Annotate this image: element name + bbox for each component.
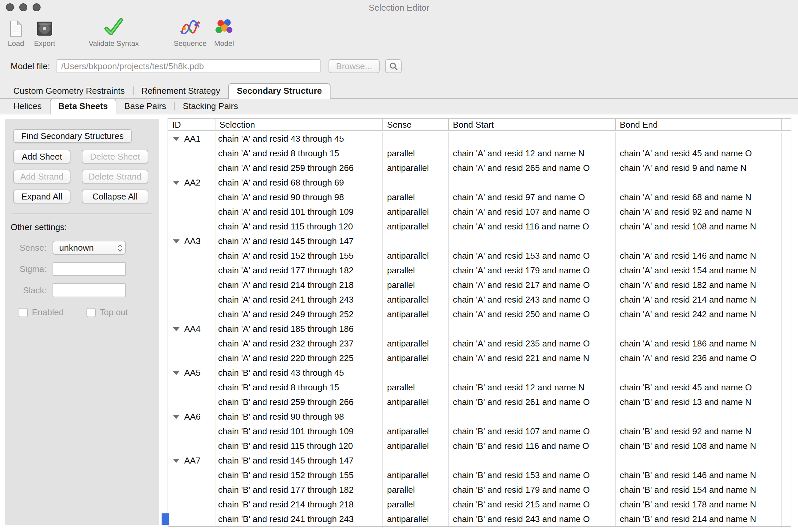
add-strand-button[interactable]: Add Strand <box>13 170 71 184</box>
cell-selection: chain 'B' and resid 241 through 243 <box>215 512 383 526</box>
table-row[interactable]: chain 'B' and resid 177 through 182 para… <box>168 483 791 497</box>
column-header-sense: Sense <box>383 119 449 130</box>
delete-strand-button[interactable]: Delete Strand <box>82 170 148 184</box>
cell-bond-start: chain 'B' and resid 153 and name O <box>449 468 616 483</box>
find-secondary-structures-button[interactable]: Find Secondary Structures <box>13 129 132 143</box>
collapse-all-button[interactable]: Collapse All <box>82 190 148 204</box>
table-row[interactable]: chain 'A' and resid 90 through 98 parall… <box>168 190 791 205</box>
cell-id-text: AA2 <box>184 175 201 190</box>
table-row[interactable]: AA2 chain 'A' and resid 68 through 69 <box>168 175 791 190</box>
table-row[interactable]: chain 'B' and resid 101 through 109 anti… <box>168 424 791 439</box>
table-row[interactable]: AA1 chain 'A' and resid 43 through 45 <box>168 132 791 146</box>
table-row[interactable]: chain 'B' and resid 241 through 243 anti… <box>168 512 791 526</box>
table-row[interactable]: chain 'B' and resid 214 through 218 para… <box>168 497 791 512</box>
cell-id <box>168 512 215 526</box>
table-row[interactable]: AA3 chain 'A' and resid 145 through 147 <box>168 234 791 249</box>
cell-id: AA3 <box>168 234 215 249</box>
model-button[interactable]: Model <box>209 16 240 47</box>
model-file-input[interactable] <box>57 59 321 73</box>
tab-beta-sheets[interactable]: Beta Sheets <box>50 98 116 114</box>
disclosure-triangle-icon[interactable] <box>173 240 179 243</box>
tab-custom-geometry-restraints[interactable]: Custom Geometry Restraints <box>5 84 133 98</box>
column-header-bond-end: Bond End <box>616 119 782 130</box>
table-row[interactable]: chain 'A' and resid 152 through 155 anti… <box>168 249 791 263</box>
cell-scrollbar-strip <box>782 278 791 292</box>
cell-bond-start <box>449 234 616 249</box>
cell-bond-end: chain 'A' and resid 45 and name O <box>616 146 782 161</box>
table-row[interactable]: chain 'B' and resid 152 through 155 anti… <box>168 468 791 483</box>
disclosure-triangle-icon[interactable] <box>173 459 179 463</box>
add-sheet-button[interactable]: Add Sheet <box>13 150 71 164</box>
table-row[interactable]: chain 'A' and resid 101 through 109 anti… <box>168 205 791 220</box>
sequence-icon <box>170 16 210 37</box>
sigma-input[interactable] <box>53 262 126 276</box>
tab-refinement-strategy[interactable]: Refinement Strategy <box>133 84 228 98</box>
table-row[interactable]: AA6 chain 'B' and resid 90 through 98 <box>168 410 791 424</box>
table-row[interactable]: chain 'A' and resid 249 through 252 anti… <box>168 307 791 322</box>
cell-scrollbar-strip <box>782 483 791 497</box>
cell-selection: chain 'B' and resid 43 through 45 <box>215 366 383 380</box>
tab-helices[interactable]: Helices <box>5 99 50 114</box>
disclosure-triangle-icon[interactable] <box>173 415 179 419</box>
cell-selection: chain 'A' and resid 214 through 218 <box>215 278 383 292</box>
table-row[interactable]: chain 'A' and resid 8 through 15 paralle… <box>168 146 791 161</box>
cell-bond-end <box>616 322 782 337</box>
disclosure-triangle-icon[interactable] <box>173 327 179 331</box>
cell-scrollbar-strip <box>782 380 791 395</box>
cell-scrollbar-strip <box>782 424 791 439</box>
cell-id <box>168 337 215 351</box>
cell-id <box>168 351 215 366</box>
slack-label: Slack: <box>5 285 46 295</box>
cell-scrollbar-strip <box>782 439 791 454</box>
validate-syntax-button[interactable]: Validate Syntax <box>79 16 148 47</box>
sequence-button[interactable]: Sequence <box>170 16 210 47</box>
tab-base-pairs[interactable]: Base Pairs <box>116 99 174 114</box>
table-row[interactable]: AA4 chain 'A' and resid 185 through 186 <box>168 322 791 337</box>
cell-scrollbar-strip <box>782 497 791 512</box>
export-button[interactable]: Export <box>30 16 59 47</box>
table-row[interactable]: chain 'A' and resid 241 through 243 anti… <box>168 292 791 307</box>
cell-sense: antiparallel <box>383 249 449 263</box>
disclosure-triangle-icon[interactable] <box>173 371 179 375</box>
search-button[interactable] <box>385 59 402 73</box>
browse-button[interactable]: Browse... <box>328 59 380 73</box>
cell-scrollbar-strip <box>782 249 791 263</box>
cell-bond-start: chain 'A' and resid 97 and name O <box>449 190 616 205</box>
table-row[interactable]: chain 'A' and resid 232 through 237 anti… <box>168 337 791 351</box>
cell-sense: antiparallel <box>383 205 449 220</box>
sense-label: Sense: <box>5 243 46 253</box>
load-button[interactable]: Load <box>3 16 29 47</box>
cell-bond-end <box>616 234 782 249</box>
sigma-label: Sigma: <box>5 264 46 274</box>
table-row[interactable]: chain 'A' and resid 177 through 182 para… <box>168 263 791 278</box>
table-row[interactable]: chain 'A' and resid 259 through 266 anti… <box>168 161 791 175</box>
table-row[interactable]: chain 'A' and resid 115 through 120 anti… <box>168 220 791 234</box>
tab-secondary-structure[interactable]: Secondary Structure <box>228 83 330 99</box>
table-row[interactable]: chain 'B' and resid 8 through 15 paralle… <box>168 380 791 395</box>
cell-bond-end: chain 'A' and resid 154 and name N <box>616 263 782 278</box>
cell-bond-end: chain 'A' and resid 182 and name N <box>616 278 782 292</box>
disclosure-triangle-icon[interactable] <box>173 181 179 185</box>
top-out-checkbox[interactable] <box>86 307 95 317</box>
slack-input[interactable] <box>53 283 126 297</box>
cell-selection: chain 'A' and resid 177 through 182 <box>215 263 383 278</box>
enabled-checkbox[interactable] <box>19 307 28 317</box>
delete-sheet-button[interactable]: Delete Sheet <box>82 150 148 164</box>
expand-all-button[interactable]: Expand All <box>13 190 71 204</box>
table-row[interactable]: chain 'A' and resid 214 through 218 para… <box>168 278 791 292</box>
disclosure-triangle-icon[interactable] <box>173 137 179 141</box>
table-row[interactable]: chain 'A' and resid 220 through 225 anti… <box>168 351 791 366</box>
cell-id <box>168 278 215 292</box>
column-header-selection: Selection <box>215 119 383 130</box>
tab-stacking-pairs[interactable]: Stacking Pairs <box>175 99 246 114</box>
table-row[interactable]: chain 'B' and resid 259 through 266 anti… <box>168 395 791 410</box>
sub-tab-bar: Helices Beta Sheets Base Pairs Stacking … <box>0 100 798 114</box>
table-header: ID Selection Sense Bond Start Bond End <box>168 119 791 131</box>
table-row[interactable]: AA7 chain 'B' and resid 145 through 147 <box>168 454 791 468</box>
table-row[interactable]: AA5 chain 'B' and resid 43 through 45 <box>168 366 791 380</box>
sense-dropdown[interactable]: unknown <box>53 241 126 255</box>
cell-bond-end: chain 'B' and resid 13 and name N <box>616 395 782 410</box>
table-row[interactable]: chain 'B' and resid 115 through 120 anti… <box>168 439 791 454</box>
cell-sense: antiparallel <box>383 468 449 483</box>
cell-bond-end: chain 'A' and resid 236 and name O <box>616 351 782 366</box>
